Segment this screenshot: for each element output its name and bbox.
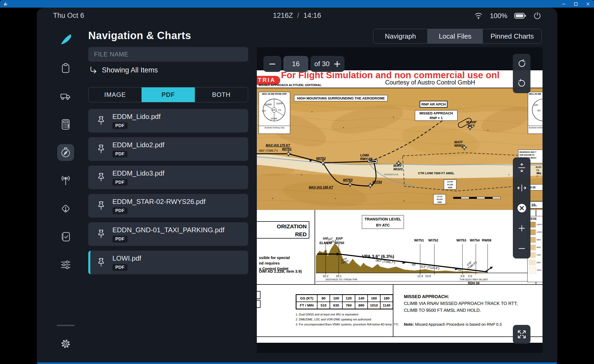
window-titlebar <box>0 0 594 8</box>
bearings-1: BEARINGS AND T <box>519 151 543 154</box>
tab-navigraph[interactable]: Navigraph <box>373 29 427 43</box>
tab-pinned-charts[interactable]: Pinned Charts <box>483 29 541 43</box>
legend-v3: 8000 <box>536 246 541 249</box>
chart-footer: GS (KT) 80 100 120 140 160 180 FT / MIN … <box>257 285 543 337</box>
msa-left-note: Austrian territory only <box>259 126 290 129</box>
sidebar-item-radio[interactable] <box>60 175 72 187</box>
sidebar-item-alerts[interactable] <box>60 203 72 215</box>
file-type-filter: IMAGE PDF BOTH <box>88 87 248 102</box>
sidebar-item-gear[interactable] <box>60 338 72 350</box>
dist-4: 10.9 <box>425 275 431 278</box>
file-item[interactable]: EDDN_GND-01_TAXI_PARKING.pdf PDF <box>88 222 248 246</box>
status-bar: Thu Oct 6 1216Z / 14:16 100% <box>37 8 557 24</box>
file-item-selected[interactable]: LOWI.pdf PDF <box>88 251 248 274</box>
filter-pdf[interactable]: PDF <box>142 87 195 102</box>
lo-r7-3: GND <box>444 186 456 189</box>
note-1: 1. Dual GNSS and at least one IRU or equ… <box>296 312 398 317</box>
app-panel: Thu Oct 6 1216Z / 14:16 100% <box>37 8 557 362</box>
gs-r1: 510 <box>317 302 330 309</box>
sidebar-item-charts[interactable] <box>60 146 72 159</box>
msa-d2: 270 <box>278 109 281 111</box>
chart-profile: ORIZATION RED ssible for special nd requ… <box>257 210 543 285</box>
pin-icon <box>96 229 107 240</box>
thr-elev: THR ELEV RWY 08 1907 <box>460 278 488 281</box>
pdf-page: For Flight Simulation and non commercial… <box>257 70 543 343</box>
pdf-viewer: For Flight Simulation and non commercial… <box>257 47 543 353</box>
rotate-ccw-button[interactable] <box>513 54 530 73</box>
file-item[interactable]: EDDM_Lido.pdf PDF <box>88 109 248 133</box>
map-mahf-1: MAHF <box>466 120 477 124</box>
reset-zoom-button[interactable] <box>513 198 530 218</box>
tab-local-files[interactable]: Local Files <box>427 29 483 43</box>
file-type-badge: PDF <box>112 264 128 271</box>
missed-note-text: Missed Approach Procedure is based on RN… <box>415 322 502 326</box>
fit-height-button[interactable] <box>513 157 530 178</box>
missed-title: MISSED APPROACH: <box>404 294 518 299</box>
file-item[interactable]: EDDM_Lido3.pdf PDF <box>88 166 248 189</box>
courtesy-text: Courtesy of Austro Control GmbH <box>367 79 493 86</box>
gs-r3: 760 <box>342 302 355 309</box>
battery-percent: 100% <box>490 12 508 20</box>
high-mountains-box: HIGH MOUNTAINS SURROUNDING THE AERODROME <box>294 95 388 101</box>
power-icon[interactable] <box>533 12 541 20</box>
gs-h3: 120 <box>342 295 355 302</box>
rotate-cw-button[interactable] <box>513 73 530 93</box>
bearings-2: ARE MAGNETIC <box>519 154 543 156</box>
maximize-button[interactable] <box>570 0 582 8</box>
fullscreen-button[interactable] <box>513 325 530 344</box>
page-prev-button[interactable] <box>263 56 281 72</box>
page-next-button[interactable] <box>334 61 341 67</box>
missed-approach-text: MISSED APPROACH: CLIMB VIA RNAV MISSED A… <box>404 294 518 326</box>
rf1-label: RF <box>412 263 416 267</box>
page-number[interactable]: 16 <box>283 56 308 72</box>
sidebar-item-calculator[interactable] <box>60 118 72 130</box>
battery-icon <box>514 12 526 20</box>
map-wi752: WI752 <box>316 157 326 160</box>
legend-v0: 14500 <box>536 223 542 226</box>
dist-6: 2.6 <box>468 275 472 278</box>
filter-both[interactable]: BOTH <box>195 87 248 102</box>
filter-image[interactable]: IMAGE <box>88 87 142 102</box>
msa-left-box: MSA 25 NM FROM ARP 11900 11200 13700 ARP… <box>259 92 290 134</box>
dist-1: 32.2 <box>323 275 328 278</box>
zoom-controls <box>513 157 530 259</box>
map-matf-1: MATF <box>454 140 463 144</box>
gs-r2: 630 <box>330 302 342 309</box>
msa-v1: 11900 <box>265 103 272 106</box>
minimize-button[interactable] <box>558 0 570 8</box>
chart-map: 083° (T085.7°) WI751 WI752 WI753 WI754 L… <box>257 88 543 210</box>
sidebar-item-settings-sliders[interactable] <box>60 259 72 271</box>
lo-21-2: FL215 <box>434 198 446 201</box>
lo-r7-box: LO R7 FL195 GND <box>444 180 456 189</box>
zoom-out-button[interactable] <box>513 238 530 259</box>
file-type-badge: PDF <box>112 236 128 242</box>
msa-right-v1: 120 <box>534 104 538 106</box>
sidebar-divider <box>57 325 75 326</box>
zoom-in-button[interactable] <box>513 218 530 238</box>
sidebar-item-clipboard[interactable] <box>60 62 72 74</box>
legend-v1: 12500 <box>536 231 542 233</box>
elev-3: ARE I <box>537 172 543 177</box>
clipped-box-1 <box>257 291 260 299</box>
file-type-badge: PDF <box>112 179 128 186</box>
sidebar-item-checklist[interactable] <box>60 231 72 243</box>
msa-v3: 13700 <box>270 117 277 120</box>
gs-h5: 160 <box>368 295 380 302</box>
msa-left-title: MSA 25 NM FROM ARP <box>259 92 290 95</box>
file-name: EDDM_STAR-02-RWYS26.pdf <box>112 198 205 206</box>
chart-notes: 1. Dual GNSS and at least one IRU or equ… <box>296 312 398 327</box>
elev-1: ELEV <box>536 166 541 168</box>
search-input[interactable] <box>88 47 248 62</box>
file-item[interactable]: EDDM_STAR-02-RWYS26.pdf PDF <box>88 194 248 218</box>
file-item[interactable]: EDDM_Lido2.pdf PDF <box>88 137 248 161</box>
msa-arp: ARP <box>272 109 276 111</box>
file-name: EDDN_GND-01_TAXI_PARKING.pdf <box>112 226 225 234</box>
file-name: EDDM_Lido.pdf <box>112 113 161 121</box>
close-button[interactable] <box>582 0 594 8</box>
msa-right-v2: RT <box>538 109 541 112</box>
fit-width-button[interactable] <box>513 178 530 198</box>
file-name: LOWI.pdf <box>112 254 141 262</box>
page-count: of 30 <box>314 60 330 68</box>
sidebar-item-ground-services[interactable] <box>60 90 72 102</box>
status-clock: 1216Z / 14:16 <box>273 12 321 20</box>
